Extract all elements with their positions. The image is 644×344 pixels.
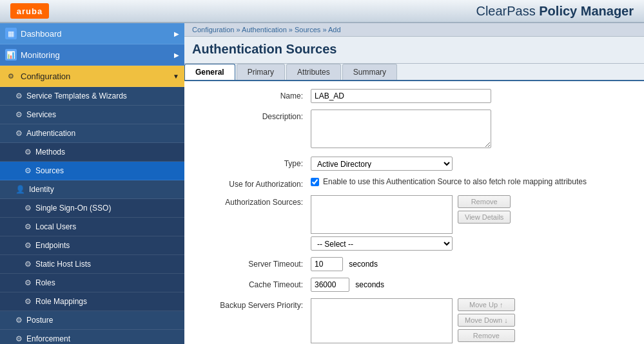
sidebar-item-sso[interactable]: ⚙ Single Sign-On (SSO) [0, 199, 184, 218]
auth-source-select[interactable]: -- Select -- [311, 236, 453, 251]
sidebar-item-local-users[interactable]: ⚙ Local Users [0, 218, 184, 236]
use-for-auth-checkbox[interactable] [311, 178, 319, 186]
page-header: Authentication Sources [184, 37, 644, 64]
select-row: -- Select -- [311, 236, 634, 251]
sidebar-item-identity[interactable]: 👤 Identity [0, 180, 184, 199]
type-row: Type: Active Directory LDAP SQL DB Token… [195, 157, 634, 171]
auth-sources-buttons: Remove View Details [458, 195, 511, 234]
breadcrumb-configuration[interactable]: Configuration [192, 26, 234, 33]
use-for-auth-label: Use for Authorization: [195, 177, 311, 189]
auth-sources-wrap: Remove View Details -- Select -- [311, 195, 634, 251]
backup-layout: Move Up ↑ Move Down ↓ Remove [311, 298, 634, 343]
identity-icon: 👤 [15, 185, 25, 194]
templates-icon: ⚙ [15, 91, 23, 100]
sidebar-item-dashboard[interactable]: ▦ Dashboard ▶ [0, 23, 184, 44]
tab-attributes[interactable]: Attributes [286, 64, 341, 80]
expand-arrow-icon: ▶ [174, 30, 179, 37]
aruba-logo-icon: aruba [10, 3, 49, 19]
monitoring-icon: 📊 [5, 49, 17, 61]
sidebar-item-templates[interactable]: ⚙ Service Templates & Wizards [0, 87, 184, 106]
content-area: Configuration » Authentication » Sources… [184, 23, 644, 344]
name-control-wrap [311, 89, 634, 103]
posture-icon: ⚙ [15, 316, 23, 325]
backup-servers-row: Backup Servers Priority: Move Up ↑ Move … [195, 298, 634, 344]
server-timeout-label: Server Timeout: [195, 257, 311, 269]
sidebar-item-static-host-lists[interactable]: ⚙ Static Host Lists [0, 255, 184, 274]
description-control-wrap [311, 110, 634, 150]
cache-timeout-row: Cache Timeout: seconds [195, 278, 634, 292]
name-input[interactable] [311, 89, 491, 103]
description-label: Description: [195, 110, 311, 121]
description-textarea[interactable] [311, 110, 491, 148]
sidebar-item-endpoints[interactable]: ⚙ Endpoints [0, 236, 184, 255]
auth-sources-label: Authorization Sources: [195, 195, 311, 207]
remove-auth-source-button[interactable]: Remove [458, 195, 511, 208]
sidebar-item-authentication[interactable]: ⚙ Authentication [0, 124, 184, 143]
endpoints-icon: ⚙ [24, 241, 32, 250]
sidebar-item-services[interactable]: ⚙ Services [0, 106, 184, 124]
cache-timeout-input[interactable] [311, 278, 349, 292]
expand-arrow-icon3: ▼ [173, 73, 179, 80]
breadcrumb-authentication[interactable]: Authentication [242, 26, 287, 33]
remove-backup-button[interactable]: Remove [458, 329, 515, 342]
description-row: Description: [195, 110, 634, 150]
sidebar-item-roles[interactable]: ⚙ Roles [0, 274, 184, 292]
backup-servers-list [311, 298, 453, 343]
backup-servers-wrap: Move Up ↑ Move Down ↓ Remove Add Backup [311, 298, 634, 344]
tab-summary[interactable]: Summary [342, 64, 397, 80]
cache-timeout-wrap: seconds [311, 278, 634, 292]
move-up-button[interactable]: Move Up ↑ [458, 298, 515, 311]
breadcrumb: Configuration » Authentication » Sources… [184, 23, 644, 37]
cache-timeout-label: Cache Timeout: [195, 278, 311, 289]
expand-arrow-icon2: ▶ [174, 52, 179, 59]
use-for-auth-wrap: Enable to use this Authentication Source… [311, 177, 634, 186]
dashboard-icon: ▦ [5, 28, 17, 39]
view-details-button[interactable]: View Details [458, 211, 511, 224]
type-control-wrap: Active Directory LDAP SQL DB Token Serve… [311, 157, 634, 171]
type-label: Type: [195, 157, 311, 168]
move-down-button[interactable]: Move Down ↓ [458, 314, 515, 327]
form-area: Name: Description: Type: Active Director… [184, 81, 644, 344]
cache-timeout-unit: seconds [355, 280, 384, 289]
sidebar-item-posture[interactable]: ⚙ Posture [0, 311, 184, 330]
main-container: ▦ Dashboard ▶ 📊 Monitoring ▶ ⚙ Configura… [0, 23, 644, 344]
sidebar-item-sources[interactable]: ⚙ Sources [0, 162, 184, 180]
sources-icon: ⚙ [24, 166, 32, 175]
methods-icon: ⚙ [24, 148, 32, 157]
name-label: Name: [195, 89, 311, 100]
server-timeout-row: Server Timeout: seconds [195, 257, 634, 271]
roles-icon: ⚙ [24, 278, 32, 287]
app-title: ClearPass Policy Manager [476, 4, 634, 19]
tabs-bar: General Primary Attributes Summary [184, 64, 644, 81]
logo: aruba [10, 3, 49, 19]
local-users-icon: ⚙ [24, 222, 32, 231]
sidebar-item-configuration[interactable]: ⚙ Configuration ▼ [0, 66, 184, 87]
type-select[interactable]: Active Directory LDAP SQL DB Token Serve… [311, 157, 453, 171]
server-timeout-unit: seconds [349, 260, 378, 269]
role-mappings-icon: ⚙ [24, 297, 32, 306]
tab-primary[interactable]: Primary [237, 64, 285, 80]
auth-sources-list [311, 195, 453, 234]
backup-servers-label: Backup Servers Priority: [195, 298, 311, 310]
app-header: aruba ClearPass Policy Manager [0, 0, 644, 23]
sidebar-item-role-mappings[interactable]: ⚙ Role Mappings [0, 292, 184, 311]
server-timeout-wrap: seconds [311, 257, 634, 271]
enforcement-icon: ⚙ [15, 334, 23, 343]
use-for-auth-row: Use for Authorization: Enable to use thi… [195, 177, 634, 189]
sidebar-item-methods[interactable]: ⚙ Methods [0, 143, 184, 162]
tab-general[interactable]: General [184, 64, 235, 80]
use-for-auth-text: Enable to use this Authentication Source… [323, 177, 587, 186]
breadcrumb-add: Add [328, 26, 341, 33]
backup-buttons: Move Up ↑ Move Down ↓ Remove [458, 298, 515, 343]
server-timeout-input[interactable] [311, 257, 343, 271]
auth-sources-row: Authorization Sources: Remove View Detai… [195, 195, 634, 251]
sidebar-item-enforcement[interactable]: ⚙ Enforcement [0, 330, 184, 344]
sso-icon: ⚙ [24, 204, 32, 213]
services-icon: ⚙ [15, 110, 23, 119]
sidebar-item-monitoring[interactable]: 📊 Monitoring ▶ [0, 44, 184, 66]
static-host-icon: ⚙ [24, 260, 32, 269]
auth-sources-layout: Remove View Details [311, 195, 634, 234]
page-title: Authentication Sources [192, 42, 636, 57]
config-icon: ⚙ [5, 70, 17, 82]
breadcrumb-sources[interactable]: Sources [295, 26, 320, 33]
